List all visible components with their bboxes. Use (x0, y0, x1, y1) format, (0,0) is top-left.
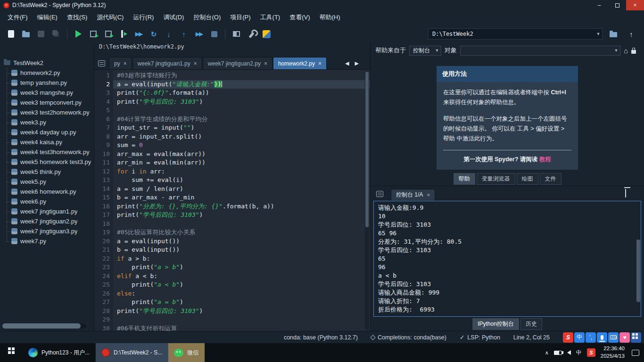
line-number[interactable]: 19 (94, 228, 110, 237)
project-horizontal-scrollbar[interactable] (2, 323, 86, 329)
project-file-row[interactable]: week4 test3homework.py (4, 147, 94, 157)
taskbar-task-wechat[interactable]: 微信 (168, 343, 205, 362)
speaker-icon[interactable] (567, 350, 571, 355)
tab-close-icon[interactable]: × (318, 60, 322, 67)
browse-directory-button[interactable] (606, 27, 620, 41)
maximize-button[interactable] (608, 0, 626, 10)
action-center-icon[interactable] (632, 350, 639, 356)
menu-item[interactable]: 查看(V) (285, 10, 314, 25)
stop-button[interactable] (207, 27, 221, 41)
line-number[interactable]: 10 (94, 150, 110, 159)
parent-directory-button[interactable]: ↑ (624, 27, 638, 41)
line-number[interactable]: 6 (94, 115, 110, 124)
line-number[interactable]: 4 (94, 98, 110, 107)
line-number[interactable]: 7 (94, 123, 110, 132)
dock-tab[interactable]: 历史 (520, 318, 542, 330)
completions-status[interactable]: Completions: conda(base) (371, 334, 446, 341)
line-number[interactable]: 1 (94, 71, 110, 80)
editor-tab[interactable]: homework2.py× (273, 57, 327, 69)
project-file-row[interactable]: homework2.py (4, 68, 94, 78)
line-number[interactable]: 22 (94, 255, 110, 263)
line-number[interactable]: 13 (94, 176, 110, 185)
line-number[interactable]: 18 (94, 220, 110, 229)
project-file-row[interactable]: week3 tempconvert.py (4, 98, 94, 107)
run-cell-advance-button[interactable] (101, 27, 116, 41)
line-number[interactable]: 30 (94, 324, 110, 331)
line-number[interactable]: 24 (94, 272, 110, 281)
code-line[interactable]: print("a = b") (113, 298, 370, 307)
close-button[interactable]: × (626, 0, 644, 10)
open-file-button[interactable] (19, 27, 33, 41)
project-file-row[interactable]: week7 jingtiguan2.py (4, 216, 94, 226)
tab-close-icon[interactable]: × (194, 60, 197, 67)
line-number[interactable]: 20 (94, 237, 110, 246)
code-line[interactable]: print("学号后四位: 3103") (113, 211, 370, 220)
editor-tab[interactable]: week7 jingtiguan2.py× (203, 57, 272, 69)
line-number[interactable]: 15 (94, 193, 110, 202)
ime-toolbox-button[interactable] (631, 332, 641, 343)
debug-file-button[interactable]: ▶▶ (132, 27, 146, 41)
menu-item[interactable]: 调试(D) (158, 10, 189, 25)
tab-close-icon[interactable]: × (124, 60, 127, 67)
menu-item[interactable]: 帮助(H) (315, 10, 345, 25)
chevron-down-icon[interactable]: ▼ (433, 48, 441, 53)
tray-language-indicator[interactable]: 中 (576, 349, 582, 357)
code-line[interactable]: else: (113, 289, 370, 298)
browse-tabs-icon[interactable] (98, 60, 105, 66)
remove-variables-button[interactable] (625, 189, 626, 197)
project-file-row[interactable]: week3 test2homework.py (4, 107, 94, 117)
code-line[interactable]: arr = input_str.split() (113, 132, 370, 141)
preferences-button[interactable] (244, 27, 258, 41)
line-number[interactable]: 21 (94, 246, 110, 255)
tutorial-link[interactable]: 教程 (539, 156, 551, 163)
project-file-row[interactable]: week7 jingtiguan1.py (4, 206, 94, 216)
minimize-button[interactable]: – (590, 0, 608, 10)
line-number[interactable]: 17 (94, 211, 110, 220)
code-line[interactable] (113, 315, 370, 324)
code-line[interactable]: print("学号后四位: 3103") (113, 307, 370, 316)
sogou-logo-icon[interactable]: S (563, 332, 573, 343)
editor-vertical-scrollbar[interactable] (365, 71, 369, 330)
scrollbar-thumb[interactable] (365, 72, 369, 227)
editor-tab[interactable]: week7 jingtiguan1.py× (132, 57, 202, 69)
step-return-button[interactable]: ↑ (177, 27, 191, 41)
line-number[interactable]: 27 (94, 298, 110, 307)
code-line[interactable]: arr_min = eval(min(arr)) (113, 158, 370, 167)
code-line[interactable]: a = eval(input("请输入金额:")) (113, 80, 370, 89)
project-file-row[interactable]: week7.py (4, 236, 94, 246)
tab-close-icon[interactable]: × (264, 60, 267, 67)
project-file-row[interactable]: week3 mangshe.py (4, 88, 94, 98)
project-file-row[interactable]: week3.py (4, 117, 94, 127)
save-all-button[interactable] (49, 27, 63, 41)
chevron-down-icon[interactable]: ▼ (612, 48, 620, 53)
ime-punctuation-button[interactable]: ’, (586, 332, 596, 343)
project-file-row[interactable]: week4 dayday up.py (4, 127, 94, 137)
line-number[interactable]: 8 (94, 132, 110, 141)
scrollbar-thumb[interactable] (2, 323, 81, 329)
project-file-row[interactable]: week7 jingtiguan3.py (4, 226, 94, 236)
console-output[interactable]: 请输入金额:9.910学号后四位: 310365 96分差为: 31,平均分为:… (373, 201, 641, 317)
console-scrollbar[interactable] (636, 202, 640, 316)
menu-item[interactable]: 查找(S) (62, 10, 92, 25)
save-button[interactable] (34, 27, 48, 41)
line-number[interactable]: 25 (94, 280, 110, 289)
code-line[interactable]: sum += eval(i) (113, 176, 370, 185)
code-line[interactable] (113, 106, 370, 115)
code-line[interactable]: print("学号后四位: 3103") (113, 98, 370, 107)
hidden-icons-chevron[interactable]: ∧ (545, 350, 549, 356)
line-number-gutter[interactable]: 1234567891011121314151617181920212223242… (94, 70, 113, 331)
run-cell-button[interactable] (86, 27, 100, 41)
project-file-row[interactable]: week5 think.py (4, 167, 94, 177)
ime-skin-button[interactable]: ♥ (619, 332, 630, 343)
code-line[interactable]: print("分差为: {},平均分为: {}".format(b, a)) (113, 202, 370, 211)
help-source-combo[interactable]: 控制台 ▼ (409, 46, 441, 56)
browse-consoles-icon[interactable] (376, 191, 383, 197)
taskbar-task-spyder[interactable]: D:\TestWeek2 - S... (96, 343, 168, 362)
step-into-button[interactable]: ↓ (162, 27, 176, 41)
code-line[interactable]: for i in arr: (113, 167, 370, 176)
previous-tab-button[interactable]: ◀ (343, 60, 351, 66)
dock-tab[interactable]: 绘图 (517, 173, 538, 185)
menu-item[interactable]: 控制台(O) (189, 10, 225, 25)
lsp-status[interactable]: ✓LSP: Python (460, 334, 500, 341)
project-file-row[interactable]: week6 homework.py (4, 187, 94, 197)
